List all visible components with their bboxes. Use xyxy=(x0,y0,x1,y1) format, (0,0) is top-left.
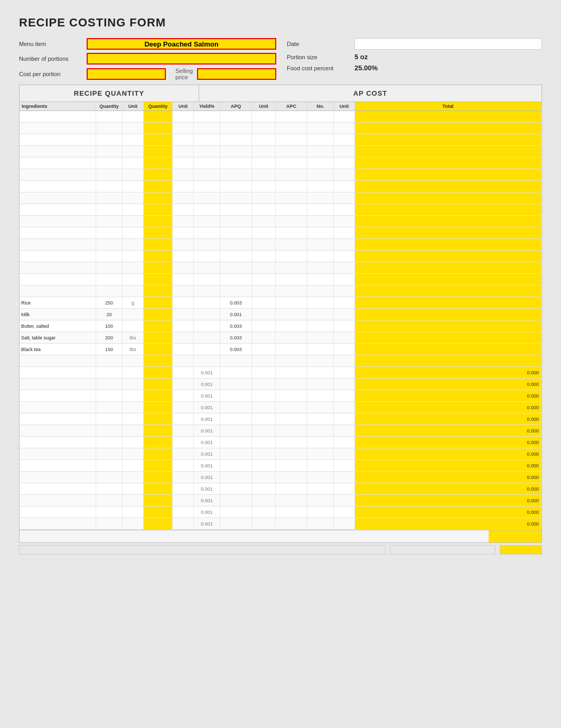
table-row: Rice250g0.003 xyxy=(20,297,541,309)
table-cell xyxy=(276,413,307,425)
table-cell xyxy=(173,413,194,425)
table-cell xyxy=(123,146,144,157)
table-cell xyxy=(276,355,307,366)
table-cell xyxy=(173,111,194,122)
table-cell xyxy=(96,402,123,413)
table-cell xyxy=(276,367,307,378)
table-row: 0.0010.000 xyxy=(20,413,541,425)
table-cell xyxy=(144,448,173,459)
table-cell xyxy=(334,216,355,227)
table-cell xyxy=(334,146,355,157)
table-row: 0.0010.000 xyxy=(20,460,541,472)
table-cell xyxy=(123,262,144,273)
footer-label xyxy=(20,530,252,542)
table-cell xyxy=(20,111,96,122)
cost-per-portion-input[interactable] xyxy=(87,68,166,80)
table-cell xyxy=(307,367,334,378)
table-cell xyxy=(220,192,252,204)
table-cell xyxy=(276,472,307,483)
main-table: RECIPE QUANTITY AP COST Ingredients Quan… xyxy=(19,85,542,543)
table-cell: Butter, salted xyxy=(20,320,96,331)
table-cell xyxy=(355,123,541,134)
table-cell xyxy=(355,134,541,145)
date-label: Date xyxy=(287,41,350,47)
table-row xyxy=(20,355,541,367)
table-cell xyxy=(276,483,307,494)
table-cell xyxy=(334,518,355,529)
table-cell xyxy=(96,262,123,273)
table-cell xyxy=(220,123,252,134)
table-cell: 250 xyxy=(96,297,123,308)
selling-price-input[interactable] xyxy=(197,68,276,80)
table-cell xyxy=(96,123,123,134)
table-cell xyxy=(355,158,541,169)
table-cell: 0.000 xyxy=(355,437,541,448)
table-cell xyxy=(276,320,307,331)
table-row: Salt, table sugar200tbs0.003 xyxy=(20,332,541,344)
table-cell xyxy=(96,472,123,483)
table-cell xyxy=(144,251,173,262)
table-cell xyxy=(334,448,355,459)
table-cell xyxy=(220,262,252,273)
table-cell xyxy=(96,437,123,448)
table-cell xyxy=(334,181,355,192)
table-cell xyxy=(252,483,276,494)
date-input[interactable] xyxy=(354,38,542,50)
table-cell: 0.003 xyxy=(220,332,252,343)
table-cell xyxy=(276,506,307,518)
col-header-yield: Yield% xyxy=(194,102,220,110)
table-cell: 200 xyxy=(96,332,123,343)
table-cell xyxy=(220,437,252,448)
menu-item-input[interactable] xyxy=(87,38,276,50)
table-cell xyxy=(144,274,173,285)
table-cell xyxy=(220,483,252,494)
table-cell xyxy=(276,379,307,390)
table-cell xyxy=(220,390,252,401)
table-cell xyxy=(173,297,194,308)
table-cell xyxy=(123,506,144,518)
table-cell xyxy=(220,367,252,378)
table-cell xyxy=(96,169,123,180)
table-cell xyxy=(20,518,96,529)
table-cell xyxy=(252,216,276,227)
table-cell xyxy=(20,390,96,401)
table-cell xyxy=(355,285,541,297)
table-cell xyxy=(173,448,194,459)
table-cell xyxy=(96,506,123,518)
section-headers: RECIPE QUANTITY AP COST xyxy=(20,85,541,102)
table-cell xyxy=(220,285,252,297)
column-headers: Ingredients Quantity Unit Quantity Unit … xyxy=(20,102,541,111)
table-cell xyxy=(307,355,334,366)
table-cell xyxy=(194,309,220,320)
bottom-total-yellow xyxy=(500,545,542,555)
table-row xyxy=(20,285,541,297)
table-cell xyxy=(20,169,96,180)
table-row xyxy=(20,274,541,285)
table-cell xyxy=(252,355,276,366)
table-cell xyxy=(307,320,334,331)
bottom-note-input[interactable] xyxy=(19,545,386,555)
table-cell xyxy=(96,425,123,436)
table-cell xyxy=(20,123,96,134)
table-cell xyxy=(355,262,541,273)
table-cell xyxy=(144,460,173,471)
table-cell xyxy=(355,146,541,157)
table-cell xyxy=(220,379,252,390)
table-cell xyxy=(123,111,144,122)
table-cell xyxy=(252,495,276,506)
table-cell xyxy=(20,355,96,366)
table-cell xyxy=(173,355,194,366)
table-row: 0.0010.000 xyxy=(20,402,541,413)
table-cell xyxy=(96,146,123,157)
table-cell xyxy=(173,227,194,238)
table-cell xyxy=(276,460,307,471)
table-cell xyxy=(307,111,334,122)
table-cell xyxy=(252,239,276,250)
table-cell xyxy=(220,518,252,529)
table-cell xyxy=(144,111,173,122)
table-cell xyxy=(144,437,173,448)
table-cell xyxy=(20,460,96,471)
num-portions-input[interactable] xyxy=(87,53,276,64)
table-cell xyxy=(20,274,96,285)
table-cell xyxy=(96,483,123,494)
